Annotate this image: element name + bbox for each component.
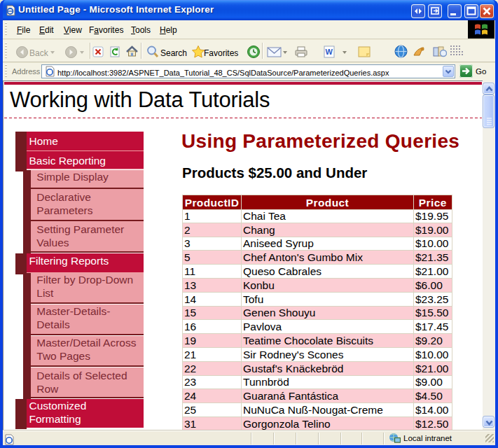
svg-text:W: W xyxy=(326,48,333,56)
